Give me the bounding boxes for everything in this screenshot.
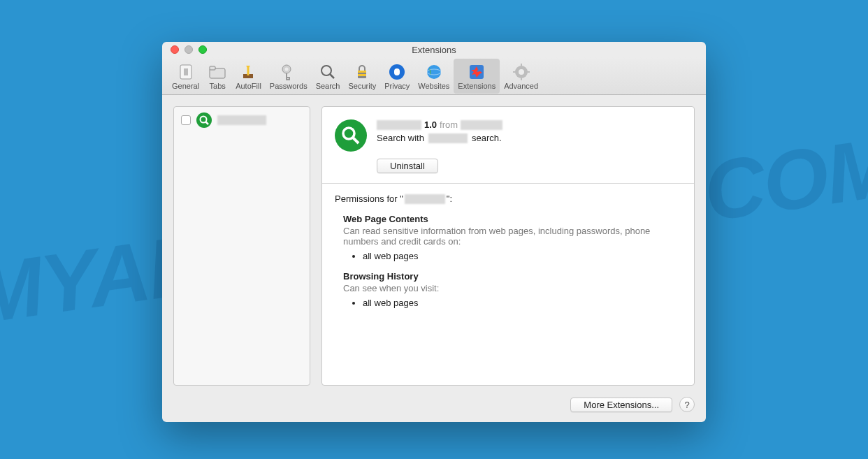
globe-icon — [424, 62, 444, 82]
toolbar-label: Security — [348, 82, 376, 90]
toolbar-label: Websites — [418, 82, 449, 90]
permission-description: Can see when you visit: — [343, 283, 681, 293]
permissions-title: Permissions for " ": — [335, 194, 681, 204]
svg-line-24 — [205, 122, 208, 124]
preferences-window: Extensions General Tabs AutoFill Passwor… — [162, 42, 706, 422]
extensions-icon — [467, 62, 486, 82]
help-button[interactable]: ? — [679, 397, 695, 412]
svg-rect-13 — [394, 68, 400, 75]
extension-title-line: 1.0 from — [377, 119, 681, 130]
toolbar-label: Passwords — [270, 82, 308, 90]
toolbar-label: Extensions — [458, 82, 496, 90]
uninstall-button[interactable]: Uninstall — [377, 159, 438, 173]
toolbar-label: Privacy — [384, 82, 410, 90]
extension-name-redacted — [217, 115, 266, 125]
extension-icon — [196, 112, 212, 128]
extension-description: Search with search. — [377, 133, 681, 143]
key-icon — [279, 62, 298, 82]
search-icon — [318, 62, 338, 82]
permissions-name-redacted — [405, 194, 445, 204]
extension-name-redacted — [377, 120, 421, 130]
svg-line-8 — [330, 74, 334, 78]
toolbar-security[interactable]: Security — [344, 59, 380, 94]
svg-point-7 — [321, 66, 331, 75]
permission-description: Can read sensitive information from web … — [343, 226, 681, 247]
traffic-lights — [171, 45, 207, 54]
permission-web-contents: Web Page Contents Can read sensitive inf… — [343, 214, 681, 261]
extension-version: 1.0 — [424, 119, 437, 130]
extension-icon-large — [335, 119, 367, 152]
toolbar-privacy[interactable]: Privacy — [380, 59, 414, 94]
toolbar-label: Search — [316, 82, 340, 90]
permissions-suffix: ": — [447, 194, 452, 204]
svg-rect-20 — [521, 78, 522, 80]
more-extensions-button[interactable]: More Extensions... — [570, 398, 672, 412]
permissions-prefix: Permissions for " — [335, 194, 403, 204]
permission-list: all web pages — [363, 298, 681, 308]
permission-heading: Browsing History — [343, 271, 681, 282]
gear-icon — [512, 62, 531, 82]
tabs-icon — [208, 62, 227, 82]
svg-rect-3 — [210, 66, 215, 70]
svg-rect-21 — [513, 71, 516, 73]
header-info: 1.0 from Search with search. Uninstall — [377, 119, 681, 173]
preferences-toolbar: General Tabs AutoFill Passwords Search — [162, 57, 706, 95]
svg-rect-19 — [521, 64, 522, 66]
svg-point-6 — [284, 68, 288, 71]
content-area: 1.0 from Search with search. Uninstall — [162, 95, 706, 397]
general-icon — [176, 62, 196, 82]
svg-line-26 — [353, 138, 359, 143]
svg-point-18 — [519, 69, 524, 75]
toolbar-passwords[interactable]: Passwords — [266, 59, 312, 94]
lock-icon — [352, 62, 372, 82]
toolbar-label: Advanced — [504, 82, 538, 90]
svg-point-25 — [343, 128, 354, 139]
extension-list-item[interactable] — [174, 107, 310, 133]
from-label: from — [440, 119, 458, 130]
permission-heading: Web Page Contents — [343, 214, 681, 224]
window-title: Extensions — [162, 45, 706, 55]
svg-rect-22 — [527, 71, 530, 73]
svg-point-14 — [427, 65, 441, 79]
svg-rect-11 — [358, 74, 366, 76]
svg-rect-10 — [358, 71, 366, 73]
svg-rect-1 — [184, 68, 188, 75]
toolbar-autofill[interactable]: AutoFill — [231, 59, 266, 94]
detail-header: 1.0 from Search with search. Uninstall — [322, 107, 694, 184]
permission-list: all web pages — [363, 251, 681, 261]
toolbar-advanced[interactable]: Advanced — [500, 59, 542, 94]
toolbar-label: Tabs — [210, 82, 226, 90]
close-button[interactable] — [171, 45, 179, 54]
toolbar-tabs[interactable]: Tabs — [203, 59, 231, 94]
titlebar: Extensions — [162, 42, 706, 57]
extensions-sidebar — [173, 106, 310, 386]
autofill-icon — [238, 62, 258, 82]
toolbar-label: General — [172, 82, 199, 90]
minimize-button[interactable] — [185, 45, 193, 54]
permission-item: all web pages — [363, 298, 681, 308]
desc-redacted — [428, 133, 468, 143]
toolbar-websites[interactable]: Websites — [414, 59, 454, 94]
detail-body: Permissions for " ": Web Page Contents C… — [322, 184, 694, 330]
toolbar-search[interactable]: Search — [312, 59, 345, 94]
toolbar-label: AutoFill — [236, 82, 261, 90]
permission-browsing-history: Browsing History Can see when you visit:… — [343, 271, 681, 308]
uninstall-row: Uninstall — [377, 159, 681, 173]
extension-detail: 1.0 from Search with search. Uninstall — [321, 106, 695, 386]
window-footer: More Extensions... ? — [162, 397, 706, 422]
maximize-button[interactable] — [198, 45, 207, 54]
toolbar-general[interactable]: General — [168, 59, 203, 94]
extension-author-redacted — [461, 120, 502, 130]
extension-enable-checkbox[interactable] — [181, 115, 191, 125]
toolbar-extensions[interactable]: Extensions — [454, 59, 500, 94]
permission-item: all web pages — [363, 251, 681, 261]
privacy-icon — [387, 62, 407, 82]
desc-suffix: search. — [472, 133, 502, 143]
desc-prefix: Search with — [377, 133, 424, 143]
